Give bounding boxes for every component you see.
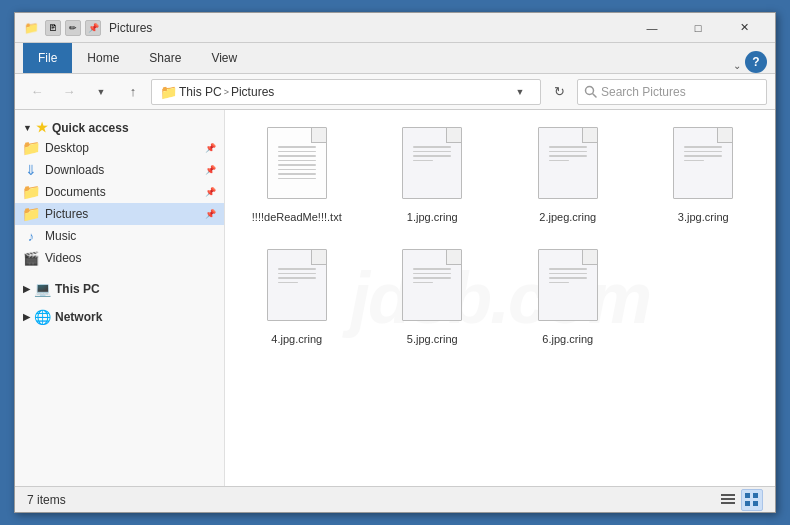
- desktop-pin-icon: 📌: [205, 143, 216, 153]
- desktop-folder-icon: 📁: [23, 140, 39, 156]
- this-pc-icon: 💻: [34, 281, 51, 297]
- qs-btn-2[interactable]: ✏: [65, 20, 81, 36]
- list-item[interactable]: 4.jpg.cring: [233, 240, 361, 354]
- file-icon-container: [261, 249, 333, 329]
- ribbon-collapse-icon[interactable]: ⌄: [729, 58, 745, 73]
- svg-rect-7: [745, 501, 750, 506]
- list-item[interactable]: 5.jpg.cring: [369, 240, 497, 354]
- tab-view[interactable]: View: [196, 43, 252, 73]
- recent-locations-button[interactable]: ▼: [87, 78, 115, 106]
- quick-access-chevron-icon: ▼: [23, 123, 32, 133]
- tab-file[interactable]: File: [23, 43, 72, 73]
- sidebar-section-quick-access[interactable]: ▼ ★ Quick access: [15, 114, 224, 137]
- explorer-window: 📁 🖹 ✏ 📌 Pictures — □ ✕ File Home Share V…: [14, 12, 776, 513]
- sidebar-item-pictures[interactable]: 📁 Pictures 📌: [15, 203, 224, 225]
- quick-access-icon: ★: [36, 120, 48, 135]
- sidebar-item-desktop[interactable]: 📁 Desktop 📌: [15, 137, 224, 159]
- refresh-button[interactable]: ↻: [545, 78, 573, 106]
- svg-rect-4: [721, 502, 735, 504]
- svg-line-1: [593, 94, 596, 97]
- view-toggle-buttons: [717, 489, 763, 511]
- downloads-label: Downloads: [45, 163, 199, 177]
- sidebar-item-videos[interactable]: 🎬 Videos: [15, 247, 224, 269]
- address-box[interactable]: 📁 This PC > Pictures ▼: [151, 79, 541, 105]
- up-button[interactable]: ↑: [119, 78, 147, 106]
- breadcrumb-pictures[interactable]: Pictures: [231, 85, 274, 99]
- documents-folder-icon: 📁: [23, 184, 39, 200]
- qs-btn-3[interactable]: 📌: [85, 20, 101, 36]
- address-dropdown-icon[interactable]: ▼: [508, 80, 532, 104]
- tab-home[interactable]: Home: [72, 43, 134, 73]
- sidebar-item-downloads[interactable]: ⇓ Downloads 📌: [15, 159, 224, 181]
- pictures-label: Pictures: [45, 207, 199, 221]
- list-item[interactable]: 2.jpeg.cring: [504, 118, 632, 232]
- network-label: Network: [55, 310, 102, 324]
- search-placeholder: Search Pictures: [601, 85, 686, 99]
- breadcrumb-sep-1: >: [224, 87, 229, 97]
- qs-btn-1[interactable]: 🖹: [45, 20, 61, 36]
- downloads-icon: ⇓: [23, 162, 39, 178]
- list-item[interactable]: !!!!deReadMe!!!.txt: [233, 118, 361, 232]
- list-item[interactable]: 1.jpg.cring: [369, 118, 497, 232]
- details-view-icon: [721, 493, 735, 507]
- file-icon-container: [396, 127, 468, 207]
- quick-access-toolbar: 🖹 ✏ 📌: [45, 20, 101, 36]
- cring-file-icon: [538, 249, 598, 321]
- large-icons-view-button[interactable]: [741, 489, 763, 511]
- search-icon: [584, 85, 597, 98]
- sidebar-item-music[interactable]: ♪ Music: [15, 225, 224, 247]
- sidebar-section-network[interactable]: ▶ 🌐 Network: [15, 303, 224, 327]
- svg-point-0: [586, 87, 594, 95]
- music-label: Music: [45, 229, 216, 243]
- back-button[interactable]: ←: [23, 78, 51, 106]
- file-icon-container: [667, 127, 739, 207]
- file-icon-container: [261, 127, 333, 207]
- videos-icon: 🎬: [23, 250, 39, 266]
- cring-file-icon: [538, 127, 598, 199]
- cring-file-icon: [267, 249, 327, 321]
- minimize-button[interactable]: —: [629, 13, 675, 43]
- close-button[interactable]: ✕: [721, 13, 767, 43]
- details-view-button[interactable]: [717, 489, 739, 511]
- title-bar: 📁 🖹 ✏ 📌 Pictures — □ ✕: [15, 13, 775, 43]
- music-icon: ♪: [23, 228, 39, 244]
- window-icon: 📁: [23, 20, 39, 36]
- breadcrumb: 📁 This PC > Pictures: [160, 84, 274, 100]
- maximize-button[interactable]: □: [675, 13, 721, 43]
- window-controls: — □ ✕: [629, 13, 767, 43]
- tab-share[interactable]: Share: [134, 43, 196, 73]
- sidebar-section-this-pc[interactable]: ▶ 💻 This PC: [15, 275, 224, 299]
- quick-access-label: Quick access: [52, 121, 129, 135]
- search-box[interactable]: Search Pictures: [577, 79, 767, 105]
- cring-lines: [684, 146, 722, 164]
- cring-lines: [549, 268, 587, 286]
- file-name: 4.jpg.cring: [271, 333, 322, 345]
- cring-lines: [278, 268, 316, 286]
- file-name: 6.jpg.cring: [542, 333, 593, 345]
- cring-lines: [549, 146, 587, 164]
- ribbon-tab-bar: File Home Share View ⌄ ?: [15, 43, 775, 73]
- list-item[interactable]: 6.jpg.cring: [504, 240, 632, 354]
- breadcrumb-this-pc[interactable]: This PC: [179, 85, 222, 99]
- sidebar-item-documents[interactable]: 📁 Documents 📌: [15, 181, 224, 203]
- main-area: ▼ ★ Quick access 📁 Desktop 📌 ⇓ Downloads…: [15, 110, 775, 486]
- large-icons-view-icon: [745, 493, 759, 507]
- pictures-pin-icon: 📌: [205, 209, 216, 219]
- file-name: 2.jpeg.cring: [539, 211, 596, 223]
- downloads-pin-icon: 📌: [205, 165, 216, 175]
- svg-rect-8: [753, 501, 758, 506]
- forward-button[interactable]: →: [55, 78, 83, 106]
- cring-file-icon: [402, 249, 462, 321]
- help-button[interactable]: ?: [745, 51, 767, 73]
- network-icon: 🌐: [34, 309, 51, 325]
- list-item[interactable]: 3.jpg.cring: [640, 118, 768, 232]
- txt-file-icon: [267, 127, 327, 199]
- videos-label: Videos: [45, 251, 216, 265]
- cring-file-icon: [673, 127, 733, 199]
- file-icon-container: [532, 127, 604, 207]
- desktop-label: Desktop: [45, 141, 199, 155]
- txt-lines: [278, 146, 316, 182]
- status-bar: 7 items: [15, 486, 775, 512]
- pictures-folder-icon: 📁: [23, 206, 39, 222]
- svg-rect-3: [721, 498, 735, 500]
